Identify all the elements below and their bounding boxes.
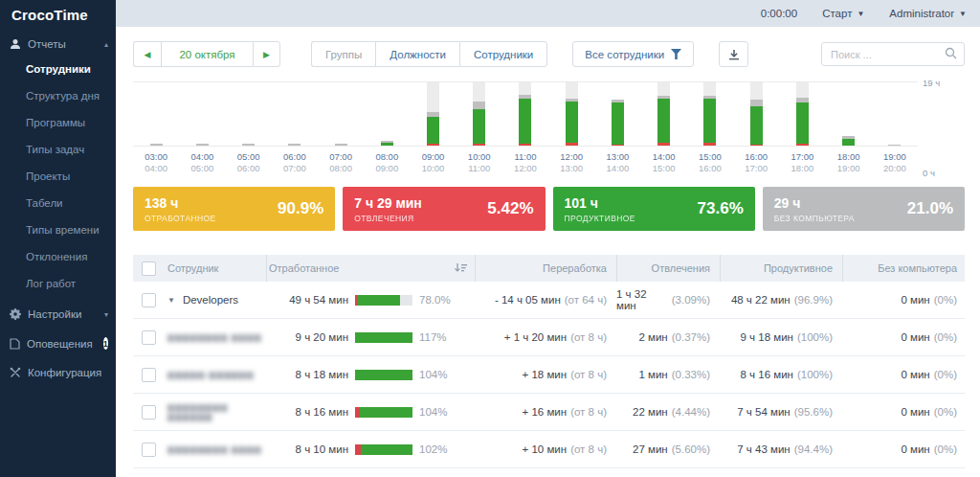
sidebar-section-reports[interactable]: Отчеты ▴ bbox=[0, 27, 116, 56]
distractions-value: 1 мин bbox=[638, 369, 667, 380]
filter-label: Все сотрудники bbox=[585, 49, 664, 60]
download-icon bbox=[728, 49, 740, 60]
bar-segment-red bbox=[519, 144, 531, 146]
chart-bar-04:00[interactable] bbox=[179, 82, 225, 146]
sidebar-item-лог-работ[interactable]: Лог работ bbox=[0, 270, 116, 297]
sidebar-item-структура-дня[interactable]: Структура дня bbox=[0, 82, 116, 109]
employee-name-blurred: ▆▆▆▆▆▆▆▆ ▆▆▆▆ bbox=[167, 444, 262, 454]
search-input[interactable] bbox=[821, 42, 965, 66]
notification-icon bbox=[10, 338, 20, 350]
user-name: Administrator bbox=[889, 8, 954, 19]
bar-segment-green bbox=[657, 99, 670, 143]
chart-bar-11:00[interactable] bbox=[502, 82, 548, 146]
chart-bar-19:00[interactable] bbox=[872, 82, 918, 146]
sidebar-item-сотрудники[interactable]: Сотрудники bbox=[0, 56, 116, 82]
chart-bar-10:00[interactable] bbox=[457, 82, 502, 146]
bar-segment-gray bbox=[242, 144, 255, 146]
sort-descending-icon[interactable] bbox=[455, 263, 467, 274]
productive-value: 9 ч 18 мин bbox=[740, 331, 792, 343]
chart-bar-13:00[interactable] bbox=[594, 82, 640, 146]
bar-segment-gray bbox=[473, 102, 485, 109]
tools-icon bbox=[10, 367, 21, 378]
x-tick-12:00: 12:0013:00 bbox=[548, 151, 594, 174]
sidebar-section-settings[interactable]: Настройки ▾ bbox=[0, 297, 116, 326]
card-label: ПРОДУКТИВНОЕ bbox=[565, 214, 635, 223]
bar-segment-light bbox=[750, 82, 763, 101]
sidebar-item-типы-задач[interactable]: Типы задач bbox=[0, 136, 116, 163]
next-day-button[interactable]: ▶ bbox=[253, 41, 280, 67]
distractions-value: 2 мин bbox=[638, 331, 667, 343]
distractions-value: 27 мин bbox=[633, 443, 668, 455]
tab-группы[interactable]: Группы bbox=[311, 41, 375, 67]
column-header-worked[interactable]: Отработанное bbox=[266, 255, 475, 282]
sidebar-item-configuration[interactable]: Конфигурация bbox=[0, 355, 116, 384]
chart-bar-03:00[interactable] bbox=[133, 82, 179, 146]
row-checkbox[interactable] bbox=[142, 443, 156, 457]
table-row[interactable]: ▆▆▆▆▆▆▆▆ ▆▆▆▆9 ч 20 мин117%+ 1 ч 20 мин(… bbox=[133, 319, 965, 356]
right-arrow-icon: ▶ bbox=[263, 50, 270, 59]
column-header-overtime[interactable]: Переработка bbox=[475, 255, 616, 282]
chart-bar-07:00[interactable] bbox=[318, 82, 364, 146]
sidebar-item-проекты[interactable]: Проекты bbox=[0, 163, 116, 190]
distractions-percent: (0.33%) bbox=[672, 369, 710, 380]
x-tick-11:00: 11:0012:00 bbox=[502, 151, 548, 174]
sidebar-item-типы-времени[interactable]: Типы времени bbox=[0, 216, 116, 243]
sidebar-item-табели[interactable]: Табели bbox=[0, 190, 116, 216]
employee-filter-button[interactable]: Все сотрудники bbox=[572, 41, 694, 67]
row-checkbox[interactable] bbox=[142, 330, 156, 345]
expand-triangle-icon[interactable]: ▼ bbox=[167, 296, 175, 305]
worked-percent: 104% bbox=[419, 369, 447, 380]
session-start-button[interactable]: Старт ▼ bbox=[822, 8, 864, 19]
chart-bar-08:00[interactable] bbox=[364, 82, 410, 146]
chart-bar-12:00[interactable] bbox=[548, 82, 594, 146]
chart-bar-09:00[interactable] bbox=[410, 82, 456, 146]
row-checkbox[interactable] bbox=[142, 293, 156, 307]
row-checkbox[interactable] bbox=[142, 405, 156, 420]
offline-percent: (0%) bbox=[934, 369, 957, 380]
sidebar-item-отклонения[interactable]: Отклонения bbox=[0, 243, 116, 270]
offline-percent: (0%) bbox=[934, 294, 957, 306]
column-header-productive[interactable]: Продуктивное bbox=[720, 255, 842, 282]
column-header-offline[interactable]: Без компьютера bbox=[842, 255, 965, 282]
table-row-group[interactable]: ▼Developers49 ч 54 мин78.0%- 14 ч 05 мин… bbox=[133, 282, 965, 319]
sidebar-item-программы[interactable]: Программы bbox=[0, 109, 116, 136]
overtime-base: (от 8 ч) bbox=[570, 406, 607, 418]
chart-bar-14:00[interactable] bbox=[641, 82, 687, 146]
overtime-base: (от 8 ч) bbox=[570, 369, 607, 380]
productive-percent: (100%) bbox=[797, 369, 833, 380]
download-button[interactable] bbox=[719, 41, 748, 67]
sidebar-item-label: Оповещения bbox=[27, 338, 93, 350]
table-row[interactable]: ▆▆▆▆▆ ▆▆▆▆▆▆8 ч 18 мин104%+ 18 мин(от 8 … bbox=[133, 356, 965, 394]
tab-должности[interactable]: Должности bbox=[375, 41, 459, 67]
sidebar-item-alerts[interactable]: Оповещения 1 bbox=[0, 326, 116, 355]
row-checkbox[interactable] bbox=[142, 368, 156, 382]
date-button[interactable]: 20 октября bbox=[161, 41, 253, 67]
offline-value: 0 мин bbox=[901, 294, 929, 306]
worked-progress-bar bbox=[355, 444, 412, 455]
chart-bar-16:00[interactable] bbox=[733, 82, 779, 146]
bar-segment-red bbox=[657, 143, 670, 146]
employee-name-blurred: ▆▆▆▆▆ ▆▆▆▆▆▆ bbox=[167, 370, 255, 379]
bar-segment-gray bbox=[335, 144, 347, 146]
sidebar: CrocoTime Отчеты ▴ СотрудникиСтруктура д… bbox=[0, 0, 116, 477]
bar-segment-green bbox=[750, 106, 763, 145]
prev-day-button[interactable]: ◀ bbox=[133, 41, 161, 67]
user-menu[interactable]: Administrator ▼ bbox=[889, 8, 967, 19]
chevron-down-icon: ▼ bbox=[857, 10, 864, 18]
table-row[interactable]: ▆▆▆▆▆▆▆▆ ▆▆▆▆8 ч 10 мин102%+ 10 мин(от 8… bbox=[133, 431, 965, 468]
chart-bar-05:00[interactable] bbox=[225, 82, 271, 146]
card-value: 7 ч 29 мин bbox=[354, 195, 422, 211]
worked-progress-bar bbox=[355, 370, 412, 380]
select-all-checkbox[interactable] bbox=[142, 261, 156, 276]
table-row[interactable]: ▆▆▆▆▆▆▆▆ ▆▆▆▆▆▆8 ч 16 мин104%+ 16 мин(от… bbox=[133, 394, 965, 431]
chart-bar-18:00[interactable] bbox=[826, 82, 872, 146]
column-header-employee[interactable]: Сотрудник bbox=[164, 255, 266, 282]
bar-segment-light bbox=[657, 82, 670, 96]
tab-сотрудники[interactable]: Сотрудники bbox=[459, 41, 547, 67]
column-header-distractions[interactable]: Отвлечения bbox=[616, 255, 720, 282]
chart-bar-17:00[interactable] bbox=[779, 82, 825, 146]
chart-bar-15:00[interactable] bbox=[687, 82, 733, 146]
chart-bar-06:00[interactable] bbox=[272, 82, 318, 146]
x-axis-labels: 03:0004:0004:0005:0005:0006:0006:0007:00… bbox=[133, 151, 918, 174]
funnel-icon bbox=[671, 49, 681, 59]
